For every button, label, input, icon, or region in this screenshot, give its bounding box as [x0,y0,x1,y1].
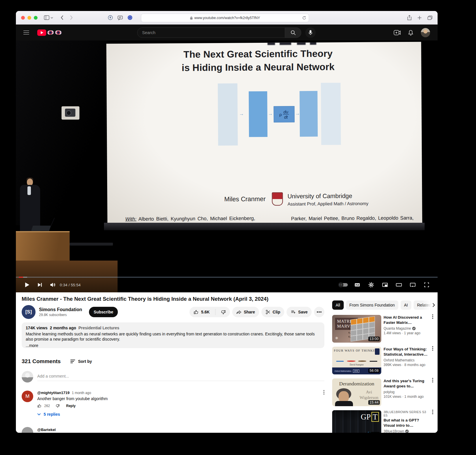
related-video-card[interactable]: FOUR WAYS OF THINKING David Sumpter Oxfo… [332,347,435,374]
comment-like-icon[interactable] [37,404,42,408]
blue-extension-icon[interactable] [127,15,133,20]
related-video-title[interactable]: And this year's Turing Award goes to... [384,378,428,389]
video-thumbnail[interactable]: GPT π 27:14 [332,410,381,433]
back-button[interactable] [61,15,64,20]
kebab-icon [323,392,325,393]
sidebar-chevron-icon[interactable] [51,17,53,19]
create-video-icon[interactable] [394,30,401,35]
next-button[interactable] [33,279,46,291]
portrait-art [336,388,351,405]
voice-search-button[interactable] [305,27,316,38]
new-tab-icon[interactable] [417,16,422,20]
save-button[interactable]: Save [287,307,312,317]
related-channel[interactable]: polylog [384,390,395,394]
chat-extension-icon[interactable] [118,15,123,20]
commenter-avatar[interactable] [22,427,33,433]
related-video-card[interactable]: MATRIXMARVEL B₂ B₃ B₄ ❄ 13:00 How AI Dis… [332,315,435,343]
subscriber-count: 29.8K subscribers [39,313,82,317]
forward-button[interactable] [70,15,73,20]
related-channel[interactable]: 3Blue1Brown [384,429,404,433]
video-thumbnail[interactable]: MATRIXMARVEL B₂ B₃ B₄ ❄ 13:00 [332,315,381,343]
video-menu-button[interactable] [430,315,435,343]
miniplayer-button[interactable] [379,279,391,291]
screenshot-stage: www.youtube.com/watch?v=fk2r8y5TfNY [0,0,476,455]
commenter-handle[interactable]: @Bartekel [37,428,56,432]
video-thumbnail[interactable]: FOUR WAYS OF THINKING David Sumpter Oxfo… [332,347,381,374]
show-more-link[interactable]: ...more [26,343,320,348]
subtitles-button[interactable] [351,279,364,291]
youtube-logo[interactable] [37,29,62,36]
chip-all[interactable]: All [332,300,344,310]
comment-item: M @mightytitan1719 1 month ago Another b… [22,391,324,417]
play-button[interactable] [21,279,33,291]
close-window-button[interactable] [21,16,25,20]
verified-icon [405,430,409,433]
playlist-link[interactable]: Presidential Lectures [79,326,120,330]
address-bar[interactable]: www.youtube.com/watch?v=fk2r8y5TfNY [141,14,309,22]
chevron-down-icon [37,413,41,415]
reload-icon[interactable] [302,16,306,20]
view-replies-button[interactable]: 5 replies [37,412,324,417]
channel-avatar[interactable]: [S] [22,305,36,319]
search-input[interactable] [142,30,280,35]
sidebar-toggle-icon[interactable] [44,15,49,20]
progress-buffered [23,277,27,278]
subscribe-button[interactable]: Subscribe [89,307,118,317]
cut-off-text-fragments [310,42,316,45]
share-button[interactable]: Share [232,307,259,317]
comment-age: 1 month ago [72,391,91,395]
notifications-bell-icon[interactable] [408,30,413,36]
chips-scroll-right[interactable] [422,300,435,310]
related-video-card[interactable]: GPT π 27:14 3BLUE1BROWN SERIES S3 E5 But… [332,410,435,433]
airplay-button[interactable] [406,279,419,291]
zoom-window-button[interactable] [34,16,38,20]
like-button[interactable]: 5.6K [189,307,213,317]
chip-from-channel[interactable]: From Simons Foundation [346,300,398,310]
video-menu-button[interactable] [430,410,435,433]
reply-button[interactable]: Reply [66,404,76,408]
password-extension-icon[interactable] [108,15,113,20]
video-menu-button[interactable] [430,347,435,374]
description-box[interactable]: 174K views 2 months ago Presidential Lec… [22,322,324,348]
related-video-title[interactable]: But what is a GPT? Visual intro to trans… [384,418,428,428]
commenter-avatar[interactable]: M [22,391,33,402]
related-video-card[interactable]: Derandomization AviWigderson 15:44 And t… [332,378,435,406]
settings-gear-icon[interactable] [365,279,378,291]
volume-icon[interactable] [46,279,59,291]
diagram-block [321,83,341,145]
account-avatar[interactable] [421,28,430,37]
clip-button[interactable]: Clip [261,307,284,317]
speaker-shirt [27,186,31,195]
menu-button[interactable] [23,31,29,35]
sort-by-button[interactable]: Sort by [70,359,92,364]
tab-overview-icon[interactable] [427,16,432,20]
related-channel[interactable]: Oxford Mathematics [384,358,414,362]
video-thumbnail[interactable]: Derandomization AviWigderson 15:44 [332,378,381,406]
video-menu-button[interactable] [430,378,435,406]
search-button[interactable] [285,27,301,38]
channel-name[interactable]: Simons Foundation [39,307,82,312]
duration-badge: 13:00 [368,337,380,341]
autoplay-toggle[interactable] [337,279,350,291]
progress-bar[interactable] [16,277,438,278]
related-channel[interactable]: Quanta Magazine [384,326,411,330]
related-video-title[interactable]: How AI Discovered a Faster Matrix Multip… [384,315,428,325]
chip-ai[interactable]: AI [401,300,411,310]
user-avatar[interactable] [22,371,33,382]
comment-dislike-icon[interactable] [55,404,60,408]
theater-mode-button[interactable] [393,279,405,291]
wall-camera [65,109,75,117]
video-player[interactable]: The Next Great Scientific Theory is Hidi… [16,40,438,292]
commenter-handle[interactable]: @mightytitan1719 [37,391,70,395]
comment-menu-button[interactable] [323,392,325,393]
related-video-title[interactable]: Four Ways of Thinking: Statistical, Inte… [384,347,428,357]
search-box[interactable] [137,27,285,38]
minimize-window-button[interactable] [27,16,31,20]
hats-art [336,354,378,362]
share-page-icon[interactable] [407,15,412,20]
more-actions-button[interactable] [314,307,324,317]
diagram-block [218,83,238,146]
fullscreen-button[interactable] [420,279,433,291]
add-comment-input[interactable]: Add a comment... [37,371,324,381]
dislike-button[interactable] [217,307,230,317]
